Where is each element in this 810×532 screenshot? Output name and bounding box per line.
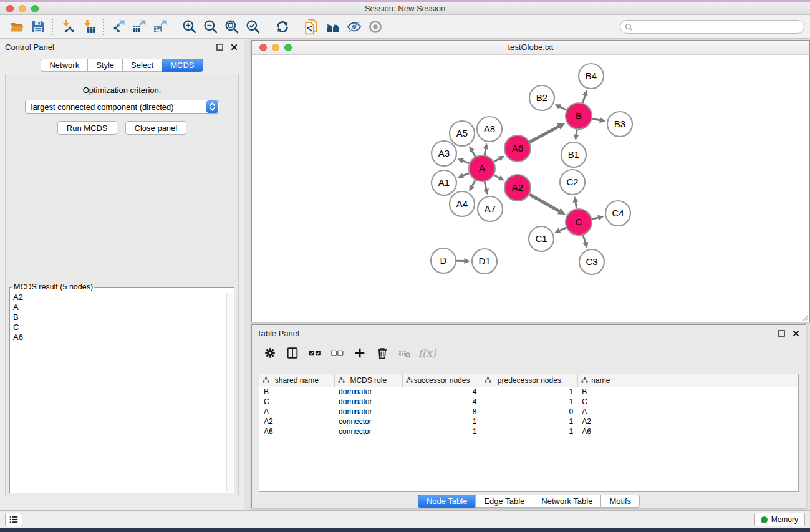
- import-network-button[interactable]: [57, 17, 78, 36]
- table-row[interactable]: A2connector11A2: [259, 417, 798, 427]
- graph-node-B2[interactable]: B2: [529, 85, 554, 110]
- zoom-selected-button[interactable]: [243, 17, 264, 36]
- export-table-button[interactable]: [128, 17, 150, 36]
- edge-C-C3[interactable]: [583, 235, 586, 243]
- graph-node-C2[interactable]: C2: [560, 170, 585, 195]
- graph-node-A1[interactable]: A1: [432, 170, 456, 195]
- edge-B-B2[interactable]: [559, 107, 566, 110]
- import-table-button[interactable]: [78, 17, 99, 36]
- first-neighbors-button[interactable]: [322, 17, 344, 36]
- hide-selected-button[interactable]: [344, 17, 365, 36]
- export-network-button[interactable]: [107, 17, 128, 36]
- graph-node-C1[interactable]: C1: [529, 226, 554, 251]
- graph-node-C4[interactable]: C4: [605, 201, 630, 226]
- graph-node-A[interactable]: A: [469, 155, 495, 181]
- edge-A-A1[interactable]: [462, 173, 469, 176]
- edge-A2-C[interactable]: [529, 195, 559, 211]
- tab-mcds[interactable]: MCDS: [162, 59, 203, 72]
- new-network-from-selection-button[interactable]: [301, 17, 322, 36]
- close-table-panel-icon[interactable]: [791, 329, 801, 338]
- tab-motifs[interactable]: Motifs: [600, 495, 640, 508]
- criterion-dropdown[interactable]: largest connected component (directed): [25, 100, 219, 114]
- task-history-button[interactable]: [5, 513, 22, 526]
- graph-node-B[interactable]: B: [566, 103, 592, 129]
- delete-column-button[interactable]: [373, 344, 392, 362]
- graph-node-A5[interactable]: A5: [450, 121, 475, 146]
- search-input[interactable]: [636, 22, 804, 31]
- result-scrollbar[interactable]: [226, 293, 233, 492]
- edge-A6-B[interactable]: [529, 126, 559, 142]
- edge-A-A3[interactable]: [462, 161, 469, 163]
- graph-node-A4[interactable]: A4: [450, 191, 475, 216]
- memory-button[interactable]: Memory: [754, 513, 805, 526]
- edge-A-A8[interactable]: [485, 148, 486, 155]
- import-table-icon: [81, 19, 96, 34]
- result-item[interactable]: B: [11, 312, 226, 322]
- tab-network[interactable]: Network: [41, 59, 87, 72]
- table-row[interactable]: Bdominator41B: [259, 387, 798, 397]
- column-header-name[interactable]: name: [577, 374, 624, 387]
- graph-node-B4[interactable]: B4: [579, 64, 604, 89]
- graph-node-A2[interactable]: A2: [504, 175, 531, 201]
- float-panel-icon[interactable]: [215, 42, 224, 52]
- tab-select[interactable]: Select: [122, 59, 162, 72]
- show-all-button[interactable]: [365, 17, 386, 36]
- export-image-button[interactable]: [150, 17, 171, 36]
- graph-node-B3[interactable]: B3: [607, 112, 632, 137]
- graph-node-B1[interactable]: B1: [561, 142, 586, 167]
- result-item[interactable]: C: [11, 322, 226, 332]
- show-column-button[interactable]: [283, 344, 302, 362]
- result-item[interactable]: A6: [11, 332, 226, 342]
- float-table-panel-icon[interactable]: [777, 329, 786, 338]
- edge-A-A5[interactable]: [472, 150, 475, 157]
- refresh-layout-button[interactable]: [272, 17, 293, 36]
- result-item[interactable]: A: [11, 302, 226, 312]
- tab-network-table[interactable]: Network Table: [533, 495, 600, 508]
- close-panel-button[interactable]: Close panel: [125, 121, 187, 135]
- save-session-button[interactable]: [27, 17, 49, 36]
- edge-A-A6[interactable]: [494, 158, 499, 162]
- tab-node-table[interactable]: Node Table: [418, 495, 476, 508]
- table-row[interactable]: Adominator80A: [259, 407, 798, 417]
- select-all-columns-button[interactable]: [306, 344, 324, 362]
- search-field[interactable]: [620, 20, 804, 34]
- create-column-button[interactable]: [350, 344, 369, 362]
- edge-A-A2[interactable]: [494, 175, 499, 178]
- edge-C-C4[interactable]: [592, 218, 599, 219]
- edge-B-B3[interactable]: [592, 118, 601, 120]
- table-settings-button[interactable]: [261, 344, 279, 362]
- table-row[interactable]: Cdominator41C: [259, 397, 798, 407]
- edge-A-A4[interactable]: [471, 180, 475, 186]
- graph-node-C[interactable]: C: [566, 209, 592, 235]
- table-row[interactable]: A6connector11A6: [259, 427, 798, 437]
- run-mcds-button[interactable]: Run MCDS: [57, 121, 117, 135]
- desktop-wallpaper-strip: [0, 528, 810, 532]
- edge-C-C1[interactable]: [559, 228, 566, 231]
- edge-C-C2[interactable]: [576, 201, 577, 208]
- graph-node-A3[interactable]: A3: [432, 141, 456, 166]
- open-session-button[interactable]: [6, 17, 27, 36]
- graph-node-A8[interactable]: A8: [477, 117, 502, 142]
- close-panel-icon[interactable]: [229, 42, 239, 52]
- network-canvas[interactable]: AA1A2A3A4A5A6A7A8BB1B2B3B4CC1C2C3C4DD1: [252, 55, 809, 322]
- column-header-MCDS-role[interactable]: MCDS role: [334, 374, 402, 387]
- result-item[interactable]: A2: [11, 293, 226, 302]
- edge-A-A7[interactable]: [485, 182, 486, 190]
- graph-node-C3[interactable]: C3: [579, 249, 604, 274]
- graph-node-D[interactable]: D: [431, 248, 456, 273]
- edge-B-B4[interactable]: [583, 95, 586, 103]
- column-header-successor-nodes[interactable]: successor nodes: [403, 374, 481, 387]
- zoom-fit-button[interactable]: [221, 17, 243, 36]
- column-header-shared-name[interactable]: shared name: [259, 374, 334, 387]
- tab-style[interactable]: Style: [87, 59, 122, 72]
- edge-B-B1[interactable]: [576, 130, 577, 135]
- zoom-in-button[interactable]: [179, 17, 200, 36]
- graph-node-A6[interactable]: A6: [504, 135, 531, 162]
- zoom-out-button[interactable]: [200, 17, 221, 36]
- graph-node-D1[interactable]: D1: [472, 249, 497, 274]
- tab-edge-table[interactable]: Edge Table: [475, 495, 533, 508]
- column-header-predecessor-nodes[interactable]: predecessor nodes: [481, 374, 577, 387]
- deselect-all-columns-button[interactable]: [328, 344, 347, 362]
- resize-grip-icon[interactable]: [801, 314, 809, 321]
- graph-node-A7[interactable]: A7: [478, 196, 503, 221]
